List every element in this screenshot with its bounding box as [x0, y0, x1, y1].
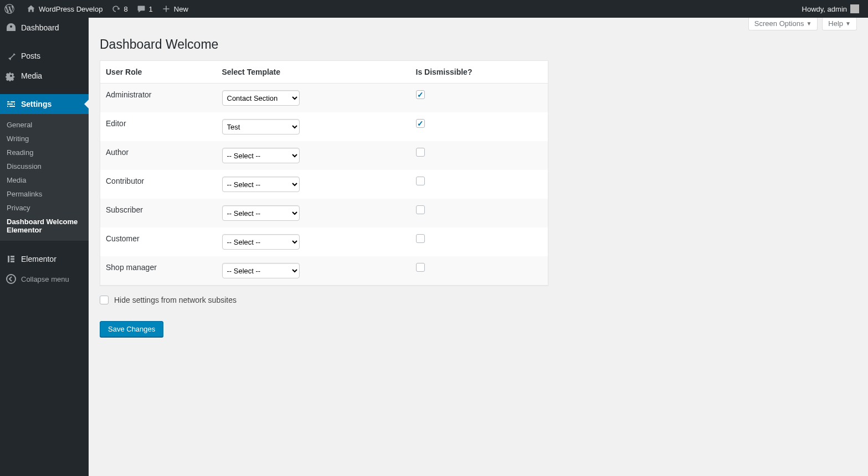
dismissible-cell: [410, 141, 548, 170]
dismissible-cell: [410, 256, 548, 286]
new-label: New: [174, 5, 188, 13]
wp-logo-menu[interactable]: [0, 0, 22, 18]
site-name-label: WordPress Develop: [39, 5, 102, 13]
dismissible-checkbox[interactable]: [416, 119, 425, 128]
menu-posts-label: Posts: [21, 51, 40, 60]
submenu-reading[interactable]: Reading: [0, 146, 89, 159]
help-tab[interactable]: Help ▼: [822, 18, 857, 30]
dismissible-cell: [410, 170, 548, 199]
table-row: AdministratorContact Section: [100, 84, 548, 113]
table-row: Contributor-- Select --: [100, 170, 548, 199]
menu-media[interactable]: Media: [0, 66, 89, 86]
template-cell: -- Select --: [217, 256, 410, 286]
th-select-template: Select Template: [217, 61, 410, 84]
collapse-icon: [6, 273, 17, 284]
media-icon: [6, 70, 17, 81]
role-table: User Role Select Template Is Dismissible…: [100, 60, 548, 286]
admin-bar: WordPress Develop 8 1 New Howdy, admin: [0, 0, 868, 18]
menu-dashboard[interactable]: Dashboard: [0, 18, 89, 38]
comments-count: 1: [149, 5, 153, 13]
menu-posts[interactable]: Posts: [0, 46, 89, 66]
dismissible-cell: [410, 84, 548, 113]
screen-help-tabs: Screen Options ▼ Help ▼: [100, 18, 857, 30]
wordpress-logo-icon: [4, 4, 14, 14]
submenu-dashboard-welcome-elementor[interactable]: Dashboard Welcome Elementor: [0, 215, 89, 237]
home-icon: [27, 4, 35, 13]
submenu-writing[interactable]: Writing: [0, 132, 89, 146]
collapse-label: Collapse menu: [21, 275, 69, 283]
dismissible-cell: [410, 199, 548, 227]
dismissible-checkbox[interactable]: [416, 205, 425, 214]
svg-point-1: [7, 275, 16, 283]
template-select[interactable]: Test: [222, 119, 300, 134]
template-select[interactable]: -- Select --: [222, 263, 300, 278]
table-row: EditorTest: [100, 112, 548, 141]
template-select[interactable]: -- Select --: [222, 205, 300, 221]
role-cell: Contributor: [100, 170, 217, 199]
role-cell: Editor: [100, 112, 217, 141]
save-changes-button[interactable]: Save Changes: [100, 321, 163, 337]
dismissible-checkbox[interactable]: [416, 263, 425, 272]
screen-options-tab[interactable]: Screen Options ▼: [748, 18, 818, 30]
template-cell: -- Select --: [217, 227, 410, 256]
chevron-down-icon: ▼: [806, 20, 811, 27]
role-cell: Administrator: [100, 84, 217, 113]
admin-sidebar: Dashboard Posts Media Settings General W…: [0, 18, 89, 476]
menu-dashboard-label: Dashboard: [21, 23, 59, 32]
submenu-privacy[interactable]: Privacy: [0, 201, 89, 215]
template-select[interactable]: -- Select --: [222, 177, 300, 192]
sliders-icon: [6, 99, 17, 110]
template-select[interactable]: -- Select --: [222, 148, 300, 163]
menu-separator: [0, 244, 89, 246]
dismissible-checkbox[interactable]: [416, 148, 425, 157]
admin-bar-left: WordPress Develop 8 1 New: [0, 0, 193, 18]
submenu-permalinks[interactable]: Permalinks: [0, 187, 89, 201]
plus-icon: [162, 4, 171, 13]
role-cell: Author: [100, 141, 217, 170]
svg-point-0: [10, 75, 12, 77]
dismissible-checkbox[interactable]: [416, 234, 425, 243]
hide-settings-row: Hide settings from network subsites: [100, 296, 857, 304]
menu-elementor-label: Elementor: [21, 255, 57, 263]
content-area: Screen Options ▼ Help ▼ Dashboard Welcom…: [89, 18, 868, 476]
menu-settings[interactable]: Settings: [0, 94, 89, 114]
admin-bar-right: Howdy, admin: [798, 0, 864, 18]
menu-media-label: Media: [21, 71, 42, 80]
menu-elementor[interactable]: Elementor: [0, 249, 89, 269]
submenu-discussion[interactable]: Discussion: [0, 159, 89, 173]
template-select[interactable]: Contact Section: [222, 90, 300, 106]
dashboard-icon: [6, 22, 17, 33]
th-dismissible: Is Dismissible?: [410, 61, 548, 84]
th-user-role: User Role: [100, 61, 217, 84]
menu-separator: [0, 89, 89, 91]
submenu-media[interactable]: Media: [0, 173, 89, 187]
dismissible-cell: [410, 227, 548, 256]
submenu-settings: General Writing Reading Discussion Media…: [0, 114, 89, 241]
help-label: Help: [828, 19, 843, 28]
role-cell: Customer: [100, 227, 217, 256]
dismissible-checkbox[interactable]: [416, 177, 425, 185]
menu-separator: [0, 40, 89, 43]
table-row: Customer-- Select --: [100, 227, 548, 256]
dismissible-checkbox[interactable]: [416, 90, 425, 99]
screen-options-label: Screen Options: [754, 19, 804, 28]
account-menu[interactable]: Howdy, admin: [798, 0, 864, 18]
pin-icon: [6, 50, 17, 61]
template-cell: -- Select --: [217, 141, 410, 170]
updates-menu[interactable]: 8: [107, 0, 132, 18]
submenu-general[interactable]: General: [0, 118, 89, 132]
collapse-menu[interactable]: Collapse menu: [0, 269, 89, 289]
site-name-menu[interactable]: WordPress Develop: [22, 0, 107, 18]
template-select[interactable]: -- Select --: [222, 234, 300, 250]
table-row: Shop manager-- Select --: [100, 256, 548, 286]
update-icon: [111, 4, 120, 13]
table-row: Subscriber-- Select --: [100, 199, 548, 227]
role-cell: Subscriber: [100, 199, 217, 227]
comments-menu[interactable]: 1: [132, 0, 157, 18]
comment-icon: [137, 4, 146, 13]
hide-settings-checkbox[interactable]: [100, 296, 109, 304]
new-content-menu[interactable]: New: [157, 0, 193, 18]
elementor-icon: [6, 253, 17, 265]
avatar: [850, 4, 859, 13]
role-cell: Shop manager: [100, 256, 217, 286]
